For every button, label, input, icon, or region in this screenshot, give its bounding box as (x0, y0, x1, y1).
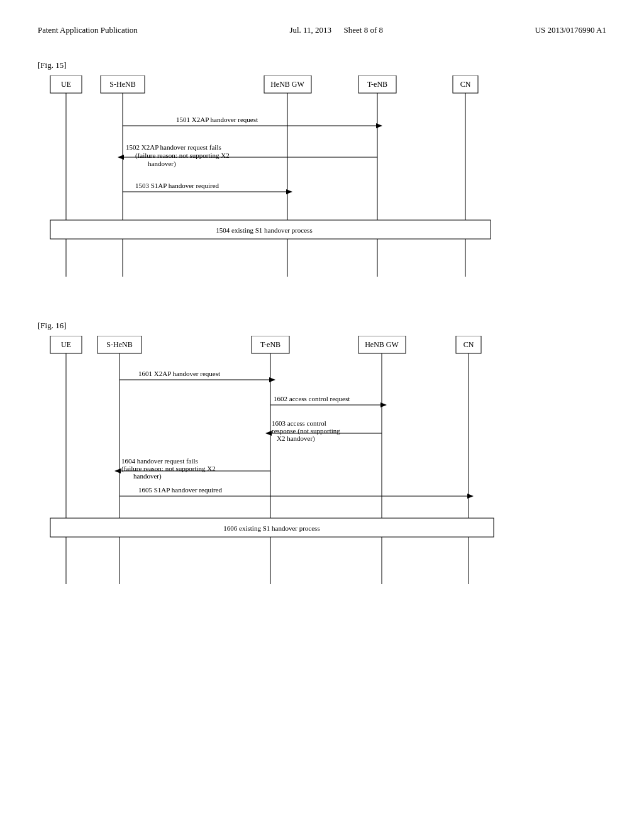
svg-text:1504 existing S1 handover proc: 1504 existing S1 handover process (216, 226, 312, 234)
svg-text:T-eNB: T-eNB (260, 340, 280, 349)
svg-marker-55 (114, 468, 121, 473)
svg-text:UE: UE (61, 80, 71, 89)
fig15-label: [Fig. 15] (38, 60, 606, 70)
svg-text:1501 X2AP handover request: 1501 X2AP handover request (176, 116, 258, 123)
header-left: Patent Application Publication (38, 25, 138, 35)
svg-marker-24 (286, 189, 292, 194)
svg-text:1606 existing S1 handover proc: 1606 existing S1 handover process (223, 524, 319, 532)
figure-16: [Fig. 16] UE S-HeNB T-eNB HeNB GW CN (38, 321, 606, 606)
svg-marker-47 (380, 402, 387, 407)
fig16-label: [Fig. 16] (38, 321, 606, 331)
svg-text:1503 S1AP handover required: 1503 S1AP handover required (135, 182, 219, 189)
svg-text:1603 access control: 1603 access control (272, 419, 326, 427)
svg-marker-19 (118, 155, 124, 160)
svg-text:1604 handover request fails: 1604 handover request fails (121, 457, 198, 465)
svg-text:(failure reason: not supportin: (failure reason: not supporting X2 (135, 152, 230, 160)
svg-marker-16 (376, 123, 382, 128)
figure-15: [Fig. 15] UE S-HeNB HeNB GW T-eNB CN (38, 60, 606, 302)
svg-text:CN: CN (464, 340, 474, 349)
svg-text:1605 S1AP handover required: 1605 S1AP handover required (138, 486, 223, 494)
svg-text:1602 access control request: 1602 access control request (274, 395, 350, 402)
header-date: Jul. 11, 2013 (289, 25, 331, 35)
fig15-diagram: UE S-HeNB HeNB GW T-eNB CN 1501 X2AP han… (38, 75, 579, 302)
svg-text:1502 X2AP handover request fai: 1502 X2AP handover request fails (126, 143, 221, 151)
svg-text:S-HeNB: S-HeNB (109, 80, 135, 89)
fig16-diagram: UE S-HeNB T-eNB HeNB GW CN 1601 X2AP han… (38, 336, 579, 606)
header-right: US 2013/0176990 A1 (535, 25, 606, 35)
svg-text:S-HeNB: S-HeNB (106, 340, 132, 349)
svg-text:UE: UE (61, 340, 71, 349)
svg-text:T-eNB: T-eNB (367, 80, 387, 89)
svg-text:handover): handover) (133, 472, 162, 480)
page-header: Patent Application Publication Jul. 11, … (38, 25, 606, 35)
svg-text:HeNB GW: HeNB GW (365, 340, 399, 349)
svg-text:X2 handover): X2 handover) (277, 434, 315, 443)
svg-marker-44 (269, 377, 275, 382)
header-sheet: Sheet 8 of 8 (344, 25, 383, 35)
svg-text:CN: CN (460, 80, 471, 89)
header-center: Jul. 11, 2013 Sheet 8 of 8 (289, 25, 383, 35)
svg-marker-50 (265, 431, 272, 436)
svg-text:1601 X2AP handover request: 1601 X2AP handover request (138, 370, 220, 377)
svg-text:HeNB GW: HeNB GW (270, 80, 304, 89)
svg-marker-60 (467, 494, 474, 499)
svg-text:handover): handover) (148, 160, 176, 168)
